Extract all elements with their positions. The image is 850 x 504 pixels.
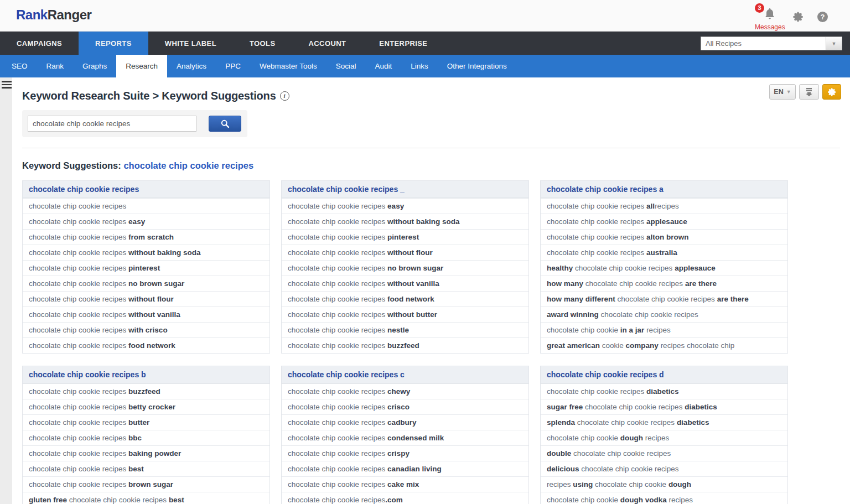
keyword-suggestion-row: chocolate chip cookie recipes butter bbox=[23, 414, 269, 430]
logo-ranger: Ranger bbox=[48, 7, 92, 22]
keyword-suggestion-row: how many different chocolate chip cookie… bbox=[541, 291, 787, 306]
bell-icon bbox=[764, 8, 775, 20]
campaign-select[interactable]: All Recipes ▼ bbox=[701, 37, 842, 50]
sub-nav-item-links[interactable]: Links bbox=[401, 55, 438, 77]
keyword-suggestion-row: chocolate chip cookie recipes betty croc… bbox=[23, 399, 269, 414]
keyword-suggestion-row: how many chocolate chip cookie recipes a… bbox=[541, 276, 787, 291]
gear-icon bbox=[827, 87, 837, 97]
menu-icon[interactable] bbox=[2, 81, 12, 90]
suggestion-panel-5: chocolate chip cookie recipes dchocolate… bbox=[540, 366, 788, 504]
keyword-suggestion-row: chocolate chip cookie recipes easy bbox=[23, 214, 269, 229]
keyword-suggestion-row: chocolate chip cookie recipes pinterest bbox=[23, 260, 269, 276]
download-icon bbox=[804, 87, 814, 97]
suggestion-panel-0: chocolate chip cookie recipeschocolate c… bbox=[22, 180, 270, 354]
keyword-search-panel bbox=[22, 110, 247, 137]
main-nav-item-tools[interactable]: TOOLS bbox=[233, 32, 292, 55]
keyword-suggestion-row: chocolate chip cookie recipes buzzfeed bbox=[23, 383, 269, 399]
keyword-suggestion-row: chocolate chip cookie recipes australia bbox=[541, 245, 787, 260]
main-nav-item-reports[interactable]: REPORTS bbox=[79, 32, 148, 55]
suggestion-panel-title: chocolate chip cookie recipes b bbox=[23, 366, 269, 383]
help-icon[interactable]: ? bbox=[817, 12, 828, 22]
keyword-suggestion-row: chocolate chip cookie dough recipes bbox=[541, 430, 787, 445]
reports-sub-navigation: SEORankGraphsResearchAnalyticsPPCWebmast… bbox=[0, 55, 850, 77]
keyword-suggestion-row: chocolate chip cookie recipes cake mix bbox=[282, 476, 528, 492]
divider bbox=[22, 148, 840, 148]
keyword-suggestion-row: chocolate chip cookie recipes crisco bbox=[282, 399, 528, 414]
sub-nav-item-social[interactable]: Social bbox=[326, 55, 366, 77]
keyword-suggestion-row: chocolate chip cookie recipes baking pow… bbox=[23, 445, 269, 461]
messages-count-badge: 3 bbox=[755, 3, 764, 13]
keyword-suggestion-row: chocolate chip cookie recipes chewy bbox=[282, 383, 528, 399]
keyword-suggestion-row: gluten free chocolate chip cookie recipe… bbox=[23, 492, 269, 504]
keyword-suggestion-row: chocolate chip cookie recipes allrecipes bbox=[541, 198, 787, 214]
keyword-suggestion-row: chocolate chip cookie recipes without ba… bbox=[282, 214, 528, 229]
search-button[interactable] bbox=[209, 116, 241, 132]
keyword-suggestion-row: chocolate chip cookie recipes best bbox=[23, 461, 269, 476]
main-nav-item-account[interactable]: ACCOUNT bbox=[292, 32, 363, 55]
sub-nav-item-other-integrations[interactable]: Other Integrations bbox=[438, 55, 516, 77]
main-nav-item-campaigns[interactable]: CAMPAIGNS bbox=[0, 32, 79, 55]
keyword-suggestion-row: chocolate chip cookie recipes bbox=[23, 198, 269, 214]
suggestion-panel-title: chocolate chip cookie recipes c bbox=[282, 366, 528, 383]
keyword-suggestion-row: chocolate chip cookie recipes without bu… bbox=[282, 306, 528, 322]
keyword-suggestion-row: chocolate chip cookie recipes without va… bbox=[23, 306, 269, 322]
keyword-suggestion-row: chocolate chip cookie recipes easy bbox=[282, 198, 528, 214]
sub-nav-item-ppc[interactable]: PPC bbox=[216, 55, 250, 77]
suggestion-panel-1: chocolate chip cookie recipes _chocolate… bbox=[281, 180, 529, 354]
keyword-suggestion-row: chocolate chip cookie recipes without fl… bbox=[282, 245, 528, 260]
campaign-select-value: All Recipes bbox=[701, 39, 826, 48]
keyword-suggestion-row: chocolate chip cookie recipes from scrat… bbox=[23, 229, 269, 245]
keyword-suggestion-row: chocolate chip cookie recipes applesauce bbox=[541, 214, 787, 229]
keyword-suggestion-row: healthy chocolate chip cookie recipes ap… bbox=[541, 260, 787, 276]
language-select-button[interactable]: EN ▼ bbox=[769, 84, 796, 100]
keyword-suggestion-row: chocolate chip cookie recipes crispy bbox=[282, 445, 528, 461]
magnifier-icon bbox=[220, 119, 230, 128]
download-button[interactable] bbox=[799, 84, 819, 100]
messages-button[interactable]: 3 Messages bbox=[755, 4, 779, 31]
suggestion-panel-3: chocolate chip cookie recipes bchocolate… bbox=[22, 366, 270, 504]
gear-icon[interactable] bbox=[792, 11, 804, 23]
keyword-suggestion-row: chocolate chip cookie recipes without fl… bbox=[23, 291, 269, 306]
sub-nav-item-webmaster-tools[interactable]: Webmaster Tools bbox=[250, 55, 326, 77]
keyword-suggestion-row: recipes using chocolate chip cookie doug… bbox=[541, 476, 787, 492]
results-heading: Keyword Suggestions: chocolate chip cook… bbox=[22, 160, 840, 171]
report-settings-button[interactable] bbox=[822, 84, 841, 100]
sub-nav-item-graphs[interactable]: Graphs bbox=[73, 55, 116, 77]
keyword-suggestion-row: chocolate chip cookie recipes alton brow… bbox=[541, 229, 787, 245]
keyword-suggestion-row: chocolate chip cookie recipes brown suga… bbox=[23, 476, 269, 492]
keyword-suggestion-row: chocolate chip cookie recipes nestle bbox=[282, 322, 528, 337]
keyword-suggestion-row: chocolate chip cookie in a jar recipes bbox=[541, 322, 787, 337]
suggestion-panel-2: chocolate chip cookie recipes achocolate… bbox=[540, 180, 788, 354]
keyword-search-input[interactable] bbox=[28, 116, 196, 132]
keyword-suggestion-row: chocolate chip cookie recipes without ba… bbox=[23, 245, 269, 260]
keyword-suggestion-row: chocolate chip cookie recipes with crisc… bbox=[23, 322, 269, 337]
suggestion-panel-title: chocolate chip cookie recipes a bbox=[541, 181, 787, 198]
rankranger-logo[interactable]: RankRanger bbox=[16, 7, 91, 23]
keyword-suggestion-row: chocolate chip cookie recipes no brown s… bbox=[282, 260, 528, 276]
chevron-down-icon[interactable]: ▼ bbox=[826, 37, 842, 50]
sub-nav-item-audit[interactable]: Audit bbox=[365, 55, 401, 77]
suggestion-panel-title: chocolate chip cookie recipes d bbox=[541, 366, 787, 383]
top-bar: RankRanger 3 Messages ? bbox=[0, 0, 850, 32]
keyword-suggestion-row: chocolate chip cookie recipes buzzfeed bbox=[282, 337, 528, 353]
suggestion-panels-grid: chocolate chip cookie recipeschocolate c… bbox=[22, 180, 840, 504]
sub-nav-item-analytics[interactable]: Analytics bbox=[167, 55, 216, 77]
messages-label: Messages bbox=[755, 23, 779, 31]
results-heading-query: chocolate chip cookie recipes bbox=[123, 160, 253, 170]
keyword-suggestion-row: chocolate chip cookie recipes.com bbox=[282, 492, 528, 504]
sub-nav-item-rank[interactable]: Rank bbox=[37, 55, 74, 77]
keyword-suggestion-row: delicious chocolate chip cookie recipes bbox=[541, 461, 787, 476]
keyword-suggestion-row: chocolate chip cookie recipes canadian l… bbox=[282, 461, 528, 476]
keyword-suggestion-row: chocolate chip cookie recipes cadbury bbox=[282, 414, 528, 430]
keyword-suggestion-row: award winning chocolate chip cookie reci… bbox=[541, 306, 787, 322]
main-nav-item-enterprise[interactable]: ENTERPRISE bbox=[362, 32, 444, 55]
keyword-suggestion-row: chocolate chip cookie recipes no brown s… bbox=[23, 276, 269, 291]
sub-nav-item-seo[interactable]: SEO bbox=[2, 55, 37, 77]
keyword-suggestion-row: chocolate chip cookie recipes without va… bbox=[282, 276, 528, 291]
keyword-suggestion-row: sugar free chocolate chip cookie recipes… bbox=[541, 399, 787, 414]
main-nav-item-white-label[interactable]: WHITE LABEL bbox=[148, 32, 233, 55]
collapsed-sidebar bbox=[0, 77, 12, 504]
info-icon[interactable]: i bbox=[280, 91, 289, 101]
language-label: EN bbox=[774, 88, 783, 96]
sub-nav-item-research[interactable]: Research bbox=[116, 55, 167, 77]
